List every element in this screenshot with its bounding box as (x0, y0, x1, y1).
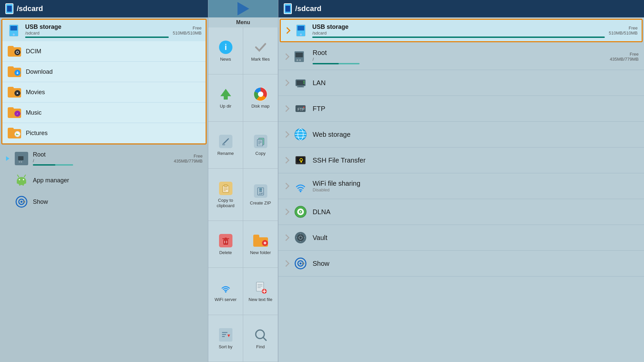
right-file-list: Root / Free 435MB/779MB (278, 44, 644, 362)
expand-arrow-root-right (283, 53, 289, 60)
right-list-item-web[interactable]: Web storage (278, 122, 644, 147)
svg-rect-15 (19, 161, 20, 163)
menu-item-new-text-file[interactable]: New text file (243, 268, 278, 315)
list-item[interactable]: Movies (2, 82, 206, 103)
show-item-name: Show (313, 260, 329, 267)
menu-item-disk-map[interactable]: Disk map (243, 74, 278, 121)
svg-point-10 (15, 132, 20, 136)
svg-line-20 (17, 175, 19, 177)
news-label: News (220, 57, 231, 62)
svg-rect-22 (17, 181, 18, 184)
root-item[interactable]: Root / Free 435MB/779MB (1, 147, 207, 170)
svg-rect-96 (301, 161, 302, 163)
root-item-free: Free 435MB/779MB (610, 52, 639, 62)
list-item[interactable]: DCIM (2, 41, 206, 62)
usb-storage-item[interactable]: USB storage /sdcard Free 510MB/510MB (2, 20, 206, 41)
copy-icon (253, 134, 268, 149)
app-manager-name: App manager (33, 177, 69, 184)
svg-rect-51 (259, 191, 262, 192)
right-list-item-ftp[interactable]: FTP FTP (278, 96, 644, 122)
dlna-item-name: DLNA (313, 208, 330, 216)
menu-item-sort-by[interactable]: Sort by (208, 315, 243, 362)
root-item-path: / (313, 57, 605, 62)
list-item[interactable]: Pictures (2, 123, 206, 143)
delete-icon (218, 233, 233, 248)
menu-item-create-zip[interactable]: ZIP Create ZIP (243, 169, 278, 221)
app-manager-item[interactable]: App manager (1, 170, 207, 191)
svg-rect-14 (18, 156, 23, 160)
android-icon (15, 174, 28, 187)
menu-item-mark-files[interactable]: Mark files (243, 27, 278, 74)
svg-point-89 (303, 107, 305, 108)
svg-rect-75 (298, 26, 304, 31)
file-name-dcim: DCIM (26, 48, 41, 55)
news-icon: i (218, 40, 233, 55)
rename-icon (218, 134, 233, 149)
svg-rect-50 (259, 190, 262, 191)
menu-item-up-dir[interactable]: Up dir (208, 74, 243, 121)
svg-rect-84 (299, 86, 303, 87)
menu-item-find[interactable]: Find (243, 315, 278, 362)
show-item-left[interactable]: Show (1, 191, 207, 213)
svg-point-18 (19, 179, 20, 180)
svg-point-19 (23, 179, 24, 180)
svg-point-35 (258, 92, 263, 97)
menu-label: Menu (208, 17, 278, 27)
menu-item-rename[interactable]: Rename (208, 122, 243, 169)
wifi-sharing-status: Disabled (313, 187, 639, 192)
right-list-item-root[interactable]: Root / Free 435MB/779MB (278, 44, 644, 70)
create-zip-icon: ZIP (253, 184, 268, 198)
menu-item-copy-clipboard[interactable]: Copy to clipboard (208, 169, 243, 221)
find-label: Find (256, 344, 265, 350)
menu-item-delete[interactable]: Delete (208, 221, 243, 268)
svg-text:i: i (224, 43, 227, 52)
usb-storage-free: Free 510MB/510MB (173, 25, 202, 36)
menu-item-copy[interactable]: Copy (243, 122, 278, 169)
new-text-file-label: New text file (249, 297, 272, 302)
left-storage-section: USB storage /sdcard Free 510MB/510MB (1, 19, 207, 144)
svg-point-60 (225, 291, 226, 293)
svg-point-101 (300, 211, 301, 213)
svg-marker-32 (220, 89, 231, 96)
wifi-sharing-icon (293, 179, 308, 193)
left-file-list: DCIM Download (2, 41, 206, 143)
folder-icon-pictures (8, 128, 21, 138)
svg-rect-1 (10, 26, 17, 31)
svg-point-28 (20, 201, 22, 203)
middle-header (208, 0, 278, 17)
menu-item-wifi-server[interactable]: WiFi server (208, 268, 243, 315)
menu-item-news[interactable]: i News (208, 27, 243, 74)
right-list-item-ssh[interactable]: SSH File Transfer (278, 147, 644, 173)
right-list-item-vault[interactable]: Vault (278, 225, 644, 251)
file-name-music: Music (26, 109, 42, 116)
left-panel-header: /sdcard (0, 0, 208, 17)
lan-icon (293, 75, 308, 90)
folder-icon-movies (8, 87, 21, 98)
right-list-item-wifi[interactable]: WiFi file sharing Disabled (278, 173, 644, 199)
right-usb-storage-item[interactable]: USB storage /sdcard Free 510MB/510MB (281, 20, 642, 41)
svg-point-76 (300, 34, 302, 36)
right-panel: /sdcard USB storage /sdcard Free 510MB/5… (278, 0, 644, 362)
svg-point-3 (15, 50, 20, 55)
show-icon-left (15, 195, 28, 208)
right-usb-name: USB storage (312, 23, 605, 31)
menu-item-new-folder[interactable]: New folder (243, 221, 278, 268)
list-item[interactable]: Download (2, 62, 206, 82)
right-list-item-dlna[interactable]: DLNA (278, 199, 644, 225)
left-panel: /sdcard USB storage /sdcard Free 510MB/5… (0, 0, 208, 362)
expand-arrow-usb (284, 27, 290, 34)
clipboard-icon (218, 181, 233, 196)
svg-rect-48 (259, 188, 262, 189)
new-folder-icon (253, 233, 268, 248)
list-item[interactable]: ♪ Music (2, 103, 206, 123)
ftp-item-name: FTP (313, 105, 325, 113)
root-name: Root (33, 151, 169, 158)
svg-point-29 (23, 201, 25, 203)
right-list-item-lan[interactable]: LAN (278, 70, 644, 96)
show-icon-right (293, 256, 308, 271)
right-list-item-show[interactable]: Show (278, 251, 644, 277)
ssh-icon (293, 153, 308, 168)
right-panel-title: /sdcard (295, 4, 321, 13)
folder-icon-music: ♪ (8, 107, 21, 118)
folder-icon-download (8, 66, 21, 77)
